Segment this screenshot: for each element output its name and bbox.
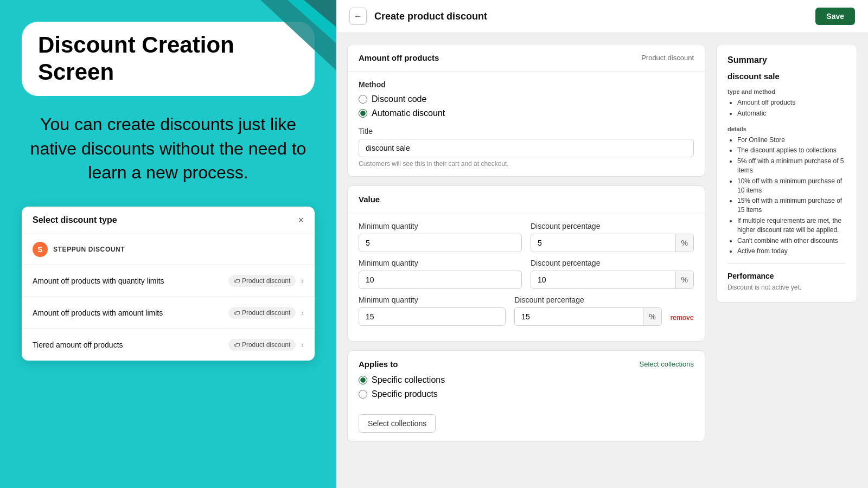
chevron-right-icon: › (301, 341, 304, 349)
tag-icon: 🏷 (234, 310, 240, 316)
list-item: Automatic (737, 109, 846, 118)
back-button[interactable]: ← (349, 8, 367, 25)
remove-tier-button[interactable]: remove (671, 313, 694, 326)
summary-panel: Summary discount sale type and method Am… (716, 44, 857, 477)
list-item: For Online Store (737, 136, 846, 145)
discount-code-label: Discount code (372, 94, 426, 104)
disc-pct-input-wrapper-3: % (514, 307, 661, 326)
list-item: The discount applies to collections (737, 146, 846, 155)
list-item: 10% off with a minimum purchase of 10 it… (737, 177, 846, 195)
chevron-right-icon: › (301, 309, 304, 317)
list-item[interactable]: Amount off products with amount limits 🏷… (22, 297, 315, 329)
decoration-triangles (217, 0, 336, 70)
summary-title: Summary (727, 55, 846, 65)
title-input[interactable] (359, 139, 694, 157)
save-button[interactable]: Save (815, 8, 855, 25)
value-row-3: Minimum quantity Discount percentage % r… (359, 296, 694, 326)
modal-close-button[interactable]: × (298, 215, 304, 225)
list-item: Active from today (737, 247, 846, 256)
card-body: Method Discount code Automatic discount … (348, 72, 705, 176)
min-qty-col-3: Minimum quantity (359, 296, 506, 326)
value-card-body: Minimum quantity Discount percentage % (348, 213, 705, 341)
badge-label: Product discount (242, 341, 290, 349)
top-bar-left: ← Create product discount (349, 8, 487, 25)
radio-specific-collections[interactable]: Specific collections (359, 375, 694, 385)
disc-pct-input-1[interactable] (531, 234, 675, 252)
disc-pct-input-wrapper-1: % (531, 234, 694, 252)
chevron-right-icon: › (301, 277, 304, 285)
disc-pct-input-3[interactable] (515, 308, 643, 325)
automatic-discount-radio[interactable] (359, 109, 367, 118)
tag-icon: 🏷 (234, 278, 240, 284)
min-qty-label-2: Minimum quantity (359, 259, 522, 267)
modal-title: Select discount type (33, 215, 117, 225)
modal-brand-row: S STEPPUN DISCOUNT (22, 234, 315, 265)
radio-specific-products[interactable]: Specific products (359, 389, 694, 399)
min-qty-input-3[interactable] (359, 307, 506, 326)
brand-name: STEPPUN DISCOUNT (53, 246, 125, 253)
select-collections-button[interactable]: Select collections (359, 414, 436, 433)
list-item: 5% off with a minimum purchase of 5 item… (737, 157, 846, 175)
applies-to-title: Applies to (359, 359, 398, 369)
item-label: Tiered amount off products (33, 341, 123, 349)
min-qty-input-2[interactable] (359, 271, 522, 289)
main-content: Amount off products Product discount Met… (336, 33, 868, 488)
disc-pct-col-2: Discount percentage % (531, 259, 694, 289)
card-header: Amount off products Product discount (348, 44, 705, 72)
discount-code-radio[interactable] (359, 95, 367, 104)
pct-suffix-2: % (675, 271, 693, 288)
disc-pct-input-2[interactable] (531, 271, 675, 288)
item-right: 🏷 Product discount › (228, 339, 304, 351)
disc-pct-label-2: Discount percentage (531, 259, 694, 267)
value-row-1: Minimum quantity Discount percentage % (359, 222, 694, 252)
list-item[interactable]: Tiered amount off products 🏷 Product dis… (22, 329, 315, 361)
item-label: Amount off products with quantity limits (33, 277, 164, 285)
item-label: Amount off products with amount limits (33, 309, 163, 317)
title-hint: Customers will see this in their cart an… (359, 160, 694, 168)
radio-discount-code[interactable]: Discount code (359, 94, 694, 104)
specific-collections-radio[interactable] (359, 376, 367, 384)
summary-discount-name: discount sale (727, 72, 846, 81)
discount-type-modal: Select discount type × S STEPPUN DISCOUN… (22, 207, 315, 361)
list-item: 15% off with a minimum purchase of 15 it… (737, 196, 846, 215)
card-badge: Product discount (641, 54, 694, 62)
brand-icon: S (33, 242, 48, 257)
summary-type-method-label: type and method (727, 88, 846, 95)
pct-suffix-1: % (675, 234, 693, 252)
radio-automatic-discount[interactable]: Automatic discount (359, 108, 694, 118)
specific-products-radio[interactable] (359, 390, 367, 399)
applies-to-radio-group: Specific collections Specific products (359, 375, 694, 399)
method-radio-group: Discount code Automatic discount (359, 94, 694, 118)
card-title: Amount off products (359, 53, 439, 62)
min-qty-label-1: Minimum quantity (359, 222, 522, 230)
method-label: Method (359, 80, 694, 89)
product-badge: 🏷 Product discount (228, 339, 296, 351)
summary-details-list: For Online Store The discount applies to… (727, 136, 846, 256)
specific-products-label: Specific products (372, 389, 438, 399)
badge-label: Product discount (242, 277, 290, 285)
value-card: Value Minimum quantity Discount percenta… (347, 185, 705, 342)
performance-title: Performance (727, 272, 846, 280)
applies-to-card: Applies to Select collections Specific c… (347, 350, 705, 442)
list-item[interactable]: Amount off products with quantity limits… (22, 265, 315, 297)
min-qty-col-1: Minimum quantity (359, 222, 522, 252)
page-title: Create product discount (374, 11, 487, 22)
disc-pct-col-1: Discount percentage % (531, 222, 694, 252)
tag-icon: 🏷 (234, 342, 240, 348)
disc-pct-col-3: Discount percentage % (514, 296, 661, 326)
min-qty-input-1[interactable] (359, 234, 522, 252)
specific-collections-label: Specific collections (372, 375, 445, 385)
applies-to-body: Applies to Select collections Specific c… (348, 351, 705, 441)
page-subtitle: You can create discounts just like nativ… (22, 112, 315, 185)
automatic-discount-label: Automatic discount (372, 108, 445, 118)
select-collections-link[interactable]: Select collections (640, 360, 694, 368)
applies-header: Applies to Select collections (359, 359, 694, 369)
left-panel: Discount Creation Screen You can create … (0, 0, 336, 488)
item-right: 🏷 Product discount › (228, 307, 304, 319)
summary-card: Summary discount sale type and method Am… (716, 44, 857, 303)
list-item: If multiple requirements are met, the hi… (737, 216, 846, 235)
min-qty-col-2: Minimum quantity (359, 259, 522, 289)
modal-header: Select discount type × (22, 207, 315, 234)
product-badge: 🏷 Product discount (228, 275, 296, 287)
disc-pct-label-1: Discount percentage (531, 222, 694, 230)
